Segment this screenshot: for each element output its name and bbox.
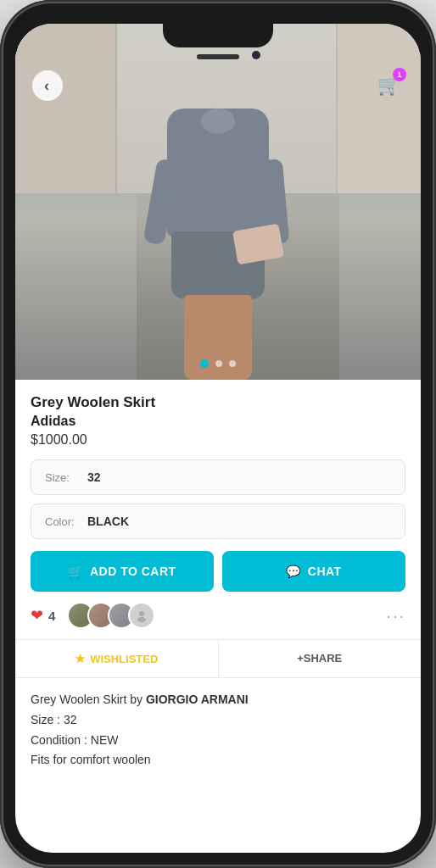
action-buttons: 🛒 ADD TO CART 💬 CHAT xyxy=(31,551,405,592)
more-options-button[interactable]: ··· xyxy=(386,606,405,626)
street-scene xyxy=(15,24,421,380)
speaker xyxy=(197,54,239,59)
desc-size-value: 32 xyxy=(64,713,77,726)
size-value: 32 xyxy=(87,470,101,484)
star-icon: ★ xyxy=(75,652,86,665)
social-row: ❤ 4 ··· xyxy=(15,592,421,639)
add-to-cart-label: ADD TO CART xyxy=(90,565,176,578)
screen-content: ‹ 🛒 1 Grey Woolen Skirt Adidas $100 xyxy=(15,24,421,853)
cart-btn-icon: 🛒 xyxy=(68,565,83,578)
tab-row: ★ WISHLISTED +SHARE xyxy=(15,639,421,678)
size-selector[interactable]: Size: 32 xyxy=(31,459,405,495)
pagination-dots xyxy=(200,359,236,368)
building-left xyxy=(15,24,117,193)
product-details: Grey Woolen Skirt Adidas $1000.00 xyxy=(15,380,421,448)
notch xyxy=(163,24,273,47)
color-label: Color: xyxy=(45,515,87,528)
avatars-list xyxy=(60,602,155,629)
camera xyxy=(252,51,260,59)
phone-frame: ‹ 🛒 1 Grey Woolen Skirt Adidas $100 xyxy=(0,0,436,868)
wishlisted-label: WISHLISTED xyxy=(90,653,158,665)
desc-line-1: Grey Woolen Skirt by GIORGIO ARMANI xyxy=(31,690,405,710)
dot-2[interactable] xyxy=(215,360,222,367)
heart-icon[interactable]: ❤ xyxy=(31,606,43,625)
likes-count: 4 xyxy=(48,609,55,623)
desc-brand-prefix: Grey Woolen Skirt by xyxy=(31,693,146,706)
product-image-container: ‹ 🛒 1 xyxy=(15,24,421,380)
desc-size-label: Size : xyxy=(31,713,64,726)
selector-container: Size: 32 Color: BLACK xyxy=(31,459,405,539)
dot-1[interactable] xyxy=(200,359,209,368)
description-section: Grey Woolen Skirt by GIORGIO ARMANI Size… xyxy=(15,678,421,787)
svg-point-0 xyxy=(139,611,144,616)
avatar-4[interactable] xyxy=(128,602,155,629)
tab-wishlisted[interactable]: ★ WISHLISTED xyxy=(15,640,219,677)
product-brand: Adidas xyxy=(31,414,405,429)
cart-button[interactable]: 🛒 1 xyxy=(373,70,404,101)
desc-line-2: Size : 32 xyxy=(31,710,405,731)
chat-label: CHAT xyxy=(308,565,342,578)
model-clutch-bag xyxy=(232,224,284,265)
product-price: $1000.00 xyxy=(31,432,405,448)
svg-point-1 xyxy=(137,617,146,622)
back-button[interactable]: ‹ xyxy=(32,70,63,101)
model-figure xyxy=(150,92,286,380)
cart-badge: 1 xyxy=(393,68,406,81)
model-sweater xyxy=(167,108,269,236)
desc-brand-name: GIORGIO ARMANI xyxy=(146,693,249,706)
desc-line-3: Condition : NEW xyxy=(31,731,405,751)
size-label: Size: xyxy=(45,471,87,484)
back-arrow-icon: ‹ xyxy=(44,77,49,95)
add-to-cart-button[interactable]: 🛒 ADD TO CART xyxy=(31,551,214,592)
dot-3[interactable] xyxy=(229,360,236,367)
building-right xyxy=(336,24,421,193)
phone-screen: ‹ 🛒 1 Grey Woolen Skirt Adidas $100 xyxy=(15,24,421,853)
product-name: Grey Woolen Skirt xyxy=(31,393,405,412)
desc-condition-value: NEW xyxy=(91,733,119,747)
avatar-icon xyxy=(135,609,148,622)
color-selector[interactable]: Color: BLACK xyxy=(31,504,405,539)
likes-section: ❤ 4 xyxy=(31,602,155,629)
chat-button[interactable]: 💬 CHAT xyxy=(222,551,405,592)
desc-condition-label: Condition : xyxy=(31,733,91,747)
share-label: +SHARE xyxy=(297,652,342,665)
color-value: BLACK xyxy=(87,515,129,528)
tab-share[interactable]: +SHARE xyxy=(219,640,422,677)
desc-line-4: Fits for comfort woolen xyxy=(31,750,405,771)
chat-btn-icon: 💬 xyxy=(286,565,301,578)
